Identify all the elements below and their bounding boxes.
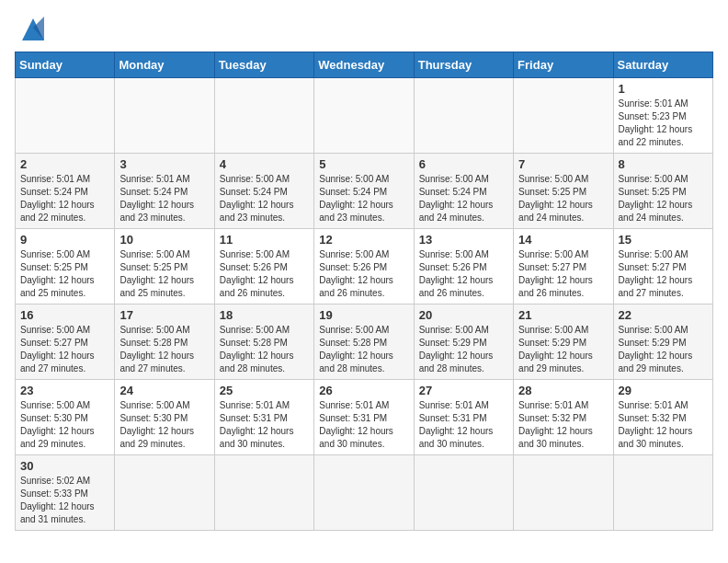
day-number: 6 [419,157,508,171]
day-number: 13 [419,233,508,247]
calendar-cell [514,78,613,154]
day-number: 7 [518,157,608,171]
calendar-cell: 3Sunrise: 5:01 AM Sunset: 5:24 PM Daylig… [115,154,214,229]
calendar-cell: 28Sunrise: 5:01 AM Sunset: 5:32 PM Dayli… [514,380,613,455]
calendar-week-row: 2Sunrise: 5:01 AM Sunset: 5:24 PM Daylig… [16,154,713,229]
calendar-cell: 6Sunrise: 5:00 AM Sunset: 5:24 PM Daylig… [414,154,513,229]
day-number: 9 [20,233,109,247]
calendar-cell [414,78,513,154]
calendar-cell: 5Sunrise: 5:00 AM Sunset: 5:24 PM Daylig… [314,154,414,229]
calendar-cell: 30Sunrise: 5:02 AM Sunset: 5:33 PM Dayli… [16,455,115,531]
calendar-cell [16,78,115,154]
day-number: 27 [419,384,508,397]
logo [15,15,48,40]
calendar-cell: 2Sunrise: 5:01 AM Sunset: 5:24 PM Daylig… [16,154,115,229]
calendar-cell: 22Sunrise: 5:00 AM Sunset: 5:29 PM Dayli… [613,304,712,380]
day-number: 29 [619,384,708,397]
cell-details: Sunrise: 5:00 AM Sunset: 5:28 PM Dayligh… [319,324,408,375]
day-number: 5 [319,157,408,171]
calendar-table: SundayMondayTuesdayWednesdayThursdayFrid… [15,52,713,531]
calendar-cell: 15Sunrise: 5:00 AM Sunset: 5:27 PM Dayli… [613,229,712,304]
calendar-cell: 10Sunrise: 5:00 AM Sunset: 5:25 PM Dayli… [115,229,214,304]
calendar-cell: 14Sunrise: 5:00 AM Sunset: 5:27 PM Dayli… [514,229,613,304]
weekday-header-saturday: Saturday [613,52,712,78]
day-number: 15 [619,233,708,247]
day-number: 19 [319,308,408,322]
calendar-cell: 4Sunrise: 5:00 AM Sunset: 5:24 PM Daylig… [214,154,313,229]
calendar-week-row: 30Sunrise: 5:02 AM Sunset: 5:33 PM Dayli… [16,455,713,531]
day-number: 22 [619,308,708,322]
weekday-header-wednesday: Wednesday [314,52,414,78]
calendar-cell: 27Sunrise: 5:01 AM Sunset: 5:31 PM Dayli… [414,380,513,455]
calendar-cell: 16Sunrise: 5:00 AM Sunset: 5:27 PM Dayli… [16,304,115,380]
calendar-cell: 29Sunrise: 5:01 AM Sunset: 5:32 PM Dayli… [613,380,712,455]
day-number: 28 [518,384,608,397]
day-number: 17 [119,308,209,322]
cell-details: Sunrise: 5:00 AM Sunset: 5:25 PM Dayligh… [619,173,708,224]
calendar-cell [414,455,513,531]
calendar-cell: 11Sunrise: 5:00 AM Sunset: 5:26 PM Dayli… [214,229,313,304]
day-number: 10 [119,233,209,247]
cell-details: Sunrise: 5:00 AM Sunset: 5:29 PM Dayligh… [419,324,508,375]
calendar-cell: 26Sunrise: 5:01 AM Sunset: 5:31 PM Dayli… [314,380,414,455]
calendar-cell: 8Sunrise: 5:00 AM Sunset: 5:25 PM Daylig… [613,154,712,229]
calendar-cell [214,455,313,531]
day-number: 20 [419,308,508,322]
day-number: 25 [220,384,309,397]
calendar-week-row: 16Sunrise: 5:00 AM Sunset: 5:27 PM Dayli… [16,304,713,380]
calendar-cell [314,455,414,531]
cell-details: Sunrise: 5:00 AM Sunset: 5:27 PM Dayligh… [518,248,608,300]
cell-details: Sunrise: 5:01 AM Sunset: 5:24 PM Dayligh… [20,173,109,224]
calendar-cell: 21Sunrise: 5:00 AM Sunset: 5:29 PM Dayli… [514,304,613,380]
cell-details: Sunrise: 5:01 AM Sunset: 5:31 PM Dayligh… [319,399,408,451]
cell-details: Sunrise: 5:01 AM Sunset: 5:24 PM Dayligh… [119,173,209,224]
day-number: 4 [220,157,309,171]
calendar-cell: 19Sunrise: 5:00 AM Sunset: 5:28 PM Dayli… [314,304,414,380]
calendar-cell: 20Sunrise: 5:00 AM Sunset: 5:29 PM Dayli… [414,304,513,380]
weekday-header-thursday: Thursday [414,52,513,78]
cell-details: Sunrise: 5:00 AM Sunset: 5:25 PM Dayligh… [20,248,109,300]
calendar-cell: 18Sunrise: 5:00 AM Sunset: 5:28 PM Dayli… [214,304,313,380]
calendar-cell [214,78,313,154]
day-number: 1 [619,82,708,96]
cell-details: Sunrise: 5:00 AM Sunset: 5:24 PM Dayligh… [419,173,508,224]
day-number: 30 [20,459,109,473]
day-number: 24 [119,384,209,397]
calendar-cell [115,78,214,154]
calendar-cell [613,455,712,531]
day-number: 2 [20,157,109,171]
day-number: 21 [518,308,608,322]
weekday-header-sunday: Sunday [16,52,115,78]
calendar-week-row: 23Sunrise: 5:00 AM Sunset: 5:30 PM Dayli… [16,380,713,455]
cell-details: Sunrise: 5:01 AM Sunset: 5:31 PM Dayligh… [220,399,309,451]
calendar-cell [514,455,613,531]
calendar-cell: 13Sunrise: 5:00 AM Sunset: 5:26 PM Dayli… [414,229,513,304]
cell-details: Sunrise: 5:01 AM Sunset: 5:31 PM Dayligh… [419,399,508,451]
weekday-header-friday: Friday [514,52,613,78]
cell-details: Sunrise: 5:00 AM Sunset: 5:26 PM Dayligh… [419,248,508,300]
cell-details: Sunrise: 5:00 AM Sunset: 5:26 PM Dayligh… [220,248,309,300]
day-number: 16 [20,308,109,322]
calendar-cell: 9Sunrise: 5:00 AM Sunset: 5:25 PM Daylig… [16,229,115,304]
cell-details: Sunrise: 5:00 AM Sunset: 5:28 PM Dayligh… [220,324,309,375]
day-number: 14 [518,233,608,247]
cell-details: Sunrise: 5:00 AM Sunset: 5:25 PM Dayligh… [119,248,209,300]
cell-details: Sunrise: 5:00 AM Sunset: 5:26 PM Dayligh… [319,248,408,300]
calendar-cell: 24Sunrise: 5:00 AM Sunset: 5:30 PM Dayli… [115,380,214,455]
cell-details: Sunrise: 5:00 AM Sunset: 5:25 PM Dayligh… [518,173,608,224]
cell-details: Sunrise: 5:02 AM Sunset: 5:33 PM Dayligh… [20,475,109,526]
day-number: 3 [119,157,209,171]
cell-details: Sunrise: 5:01 AM Sunset: 5:32 PM Dayligh… [518,399,608,451]
cell-details: Sunrise: 5:00 AM Sunset: 5:29 PM Dayligh… [619,324,708,375]
day-number: 18 [220,308,309,322]
cell-details: Sunrise: 5:01 AM Sunset: 5:23 PM Dayligh… [619,98,708,149]
calendar-week-row: 1Sunrise: 5:01 AM Sunset: 5:23 PM Daylig… [16,78,713,154]
calendar-cell: 7Sunrise: 5:00 AM Sunset: 5:25 PM Daylig… [514,154,613,229]
calendar-cell: 25Sunrise: 5:01 AM Sunset: 5:31 PM Dayli… [214,380,313,455]
cell-details: Sunrise: 5:00 AM Sunset: 5:27 PM Dayligh… [20,324,109,375]
weekday-header-tuesday: Tuesday [214,52,313,78]
day-number: 8 [619,157,708,171]
calendar-cell: 17Sunrise: 5:00 AM Sunset: 5:28 PM Dayli… [115,304,214,380]
cell-details: Sunrise: 5:00 AM Sunset: 5:24 PM Dayligh… [220,173,309,224]
cell-details: Sunrise: 5:00 AM Sunset: 5:28 PM Dayligh… [119,324,209,375]
